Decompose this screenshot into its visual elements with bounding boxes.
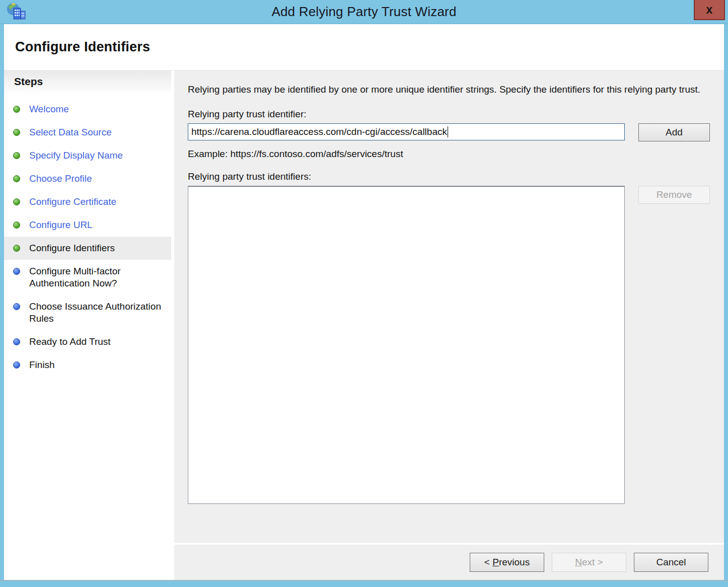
wizard-window: Add Relying Party Trust Wizard x Configu… (0, 0, 728, 587)
step-upcoming-bullet-icon (13, 303, 20, 310)
identifiers-list-label: Relying party trust identifiers: (188, 171, 710, 182)
add-button[interactable]: Add (638, 123, 710, 141)
step-upcoming-bullet-icon (13, 338, 20, 345)
titlebar: Add Relying Party Trust Wizard x (0, 0, 728, 24)
cancel-button[interactable]: Cancel (634, 553, 708, 572)
step-completed-bullet-icon (13, 175, 20, 182)
page-title: Configure Identifiers (4, 39, 150, 55)
identifier-input-row: https://carena.cloudflareaccess.com/cdn-… (188, 123, 710, 141)
identifiers-list-row: Remove (188, 186, 710, 504)
step-configure-certificate[interactable]: Configure Certificate (4, 190, 171, 213)
next-button[interactable]: Next > (552, 553, 626, 572)
step-select-data-source[interactable]: Select Data Source (4, 121, 171, 144)
step-completed-bullet-icon (13, 198, 20, 205)
window-bottom-border (0, 580, 728, 587)
step-upcoming-bullet-icon (13, 268, 20, 275)
intro-text: Relying parties may be identified by one… (188, 83, 706, 97)
step-current-bullet-icon (13, 245, 20, 252)
body: Steps Welcome Select Data Source Specify… (4, 70, 724, 580)
heading-band: Configure Identifiers (4, 24, 724, 70)
step-completed-bullet-icon (13, 222, 20, 229)
example-text: Example: https://fs.contoso.com/adfs/ser… (188, 149, 710, 160)
steps-sidebar: Steps Welcome Select Data Source Specify… (4, 70, 171, 580)
text-caret-icon (448, 126, 448, 137)
steps-header: Steps (4, 70, 171, 93)
remove-button[interactable]: Remove (638, 186, 710, 204)
step-upcoming-bullet-icon (13, 361, 20, 369)
step-configure-url[interactable]: Configure URL (4, 213, 171, 237)
identifier-input[interactable]: https://carena.cloudflareaccess.com/cdn-… (188, 123, 625, 140)
step-completed-bullet-icon (13, 106, 20, 113)
previous-button[interactable]: < Previous (470, 553, 544, 572)
step-configure-identifiers[interactable]: Configure Identifiers (4, 237, 171, 260)
step-specify-display-name[interactable]: Specify Display Name (4, 144, 171, 167)
content-panel: Relying parties may be identified by one… (174, 70, 724, 543)
step-ready-to-add-trust: Ready to Add Trust (4, 330, 171, 353)
window-title: Add Relying Party Trust Wizard (0, 4, 728, 20)
step-completed-bullet-icon (13, 129, 20, 136)
footer: < Previous Next > Cancel (174, 545, 724, 580)
step-completed-bullet-icon (13, 152, 20, 159)
step-welcome[interactable]: Welcome (4, 98, 171, 121)
identifier-input-value: https://carena.cloudflareaccess.com/cdn-… (191, 126, 447, 137)
close-icon: x (706, 3, 713, 17)
step-configure-mfa: Configure Multi-factor Authentication No… (4, 260, 171, 295)
step-choose-issuance-rules: Choose Issuance Authorization Rules (4, 295, 171, 330)
identifier-label: Relying party trust identifier: (188, 109, 710, 120)
steps-list: Welcome Select Data Source Specify Displ… (4, 93, 171, 377)
main-column: Relying parties may be identified by one… (174, 70, 724, 580)
close-button[interactable]: x (694, 0, 725, 20)
identifiers-listbox[interactable] (188, 186, 625, 504)
step-finish: Finish (4, 353, 171, 377)
step-choose-profile[interactable]: Choose Profile (4, 167, 171, 190)
